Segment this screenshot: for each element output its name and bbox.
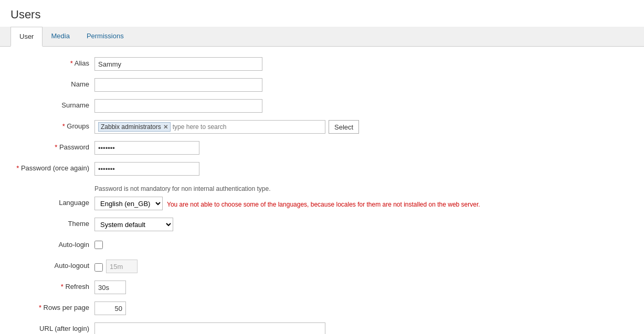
name-label: Name — [10, 78, 94, 88]
refresh-row: Refresh — [10, 281, 634, 295]
tab-media[interactable]: Media — [43, 27, 78, 47]
form-container: Alias Name Surname Groups Zabbix adminis… — [0, 47, 644, 334]
refresh-input[interactable] — [94, 281, 126, 294]
url-row: URL (after login) — [10, 322, 634, 334]
tab-bar: User Media Permissions — [0, 27, 644, 47]
groups-row-inner: Zabbix administrators ✕ Select — [94, 120, 359, 134]
rows-label: Rows per page — [10, 301, 94, 311]
select-button[interactable]: Select — [329, 120, 359, 134]
theme-row: Theme System default Blue Dark — [10, 218, 634, 232]
language-row-inner: English (en_GB) You are not able to choo… — [94, 197, 480, 210]
tab-user[interactable]: User — [10, 27, 43, 47]
url-input[interactable] — [94, 322, 325, 334]
rows-row: Rows per page — [10, 301, 634, 316]
password-again-input[interactable] — [94, 162, 199, 176]
autologout-row: Auto-logout — [10, 260, 634, 274]
rows-input[interactable] — [94, 301, 126, 315]
theme-select[interactable]: System default Blue Dark — [94, 218, 173, 231]
theme-label: Theme — [10, 218, 94, 228]
group-tag-label: Zabbix administrators — [101, 123, 161, 131]
alias-row: Alias — [10, 57, 634, 72]
autologin-row: Auto-login — [10, 239, 634, 253]
password-again-label: Password (orce again) — [10, 162, 94, 172]
groups-input-area[interactable]: Zabbix administrators ✕ — [94, 120, 325, 134]
password-hint: Password is not mandatory for non intern… — [94, 183, 634, 192]
group-tag-remove-icon[interactable]: ✕ — [163, 124, 168, 131]
name-input[interactable] — [94, 78, 262, 92]
groups-search-input[interactable] — [173, 123, 322, 131]
alias-input[interactable] — [94, 57, 262, 71]
refresh-label: Refresh — [10, 281, 94, 290]
surname-input[interactable] — [94, 99, 262, 113]
language-warning: You are not able to choose some of the l… — [167, 199, 480, 208]
password-label: Password — [10, 141, 94, 151]
url-label: URL (after login) — [10, 322, 94, 332]
group-tag-zabbix: Zabbix administrators ✕ — [98, 122, 171, 132]
autologin-checkbox[interactable] — [94, 241, 103, 249]
language-row: Language English (en_GB) You are not abl… — [10, 197, 634, 211]
surname-label: Surname — [10, 99, 94, 109]
password-input[interactable] — [94, 141, 199, 155]
surname-row: Surname — [10, 99, 634, 114]
autologin-label: Auto-login — [10, 239, 94, 249]
groups-row: Groups Zabbix administrators ✕ Select — [10, 120, 634, 135]
page-title: Users — [0, 0, 644, 27]
autologout-inner — [94, 260, 138, 273]
name-row: Name — [10, 78, 634, 93]
autologout-checkbox[interactable] — [94, 263, 103, 272]
language-label: Language — [10, 197, 94, 207]
alias-label: Alias — [10, 57, 94, 67]
language-select[interactable]: English (en_GB) — [94, 197, 163, 210]
autologout-time-input[interactable] — [106, 260, 138, 273]
groups-label: Groups — [10, 120, 94, 130]
tab-permissions[interactable]: Permissions — [78, 27, 132, 47]
password-again-row: Password (orce again) — [10, 162, 634, 177]
password-row: Password — [10, 141, 634, 156]
autologout-label: Auto-logout — [10, 260, 94, 270]
